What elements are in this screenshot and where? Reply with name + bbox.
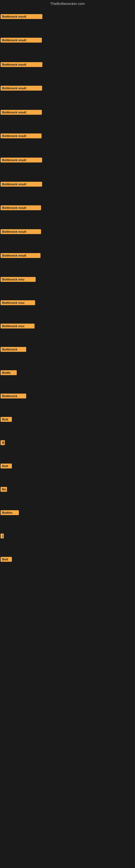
bottleneck-bar-14: Bottleneck resu [1, 323, 35, 329]
bottleneck-bar-13: Bottleneck resu [1, 300, 35, 305]
bottleneck-bar-2: Bottleneck result [1, 38, 42, 42]
bottleneck-bar-11: Bottleneck result [1, 253, 41, 258]
bottleneck-bar-12: Bottleneck resu [1, 277, 36, 282]
bottleneck-bar-22: Bottlen [1, 510, 19, 515]
bottleneck-bar-18: Bott [1, 417, 12, 422]
bottleneck-bar-9: Bottleneck result [1, 205, 41, 210]
bottleneck-bar-24: Bott [1, 557, 12, 562]
bottleneck-bar-15: Bottleneck [1, 347, 26, 352]
bottleneck-bar-3: Bottleneck result [1, 62, 42, 67]
bottleneck-bar-10: Bottleneck result [1, 229, 41, 234]
bottleneck-bar-5: Bottleneck result [1, 110, 42, 115]
site-title: TheBottlenecker.com [0, 0, 135, 7]
bottleneck-bar-8: Bottleneck result [1, 182, 42, 187]
bottleneck-bar-17: Bottleneck [1, 394, 26, 399]
bottleneck-bar-6: Bottleneck result [1, 133, 42, 138]
bottleneck-bar-4: Bottleneck result [1, 86, 42, 91]
bottleneck-bar-19: B [1, 440, 5, 445]
bottleneck-bar-16: Bottle [1, 370, 17, 375]
bottleneck-bar-1: Bottleneck result [1, 14, 42, 19]
bottleneck-bar-20: Bott [1, 464, 12, 468]
bottleneck-bar-7: Bottleneck result [1, 158, 42, 162]
bottleneck-bar-21: Bo [1, 487, 7, 492]
bottleneck-bar-23: | [1, 533, 4, 538]
